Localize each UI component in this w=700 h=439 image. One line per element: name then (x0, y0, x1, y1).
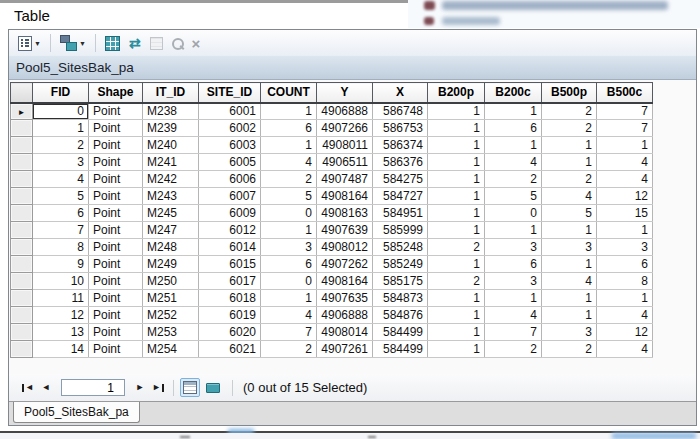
cell[interactable]: 6020 (199, 324, 261, 341)
cell[interactable]: 7 (485, 324, 542, 341)
cell[interactable]: Point (89, 256, 143, 273)
cell[interactable]: 3 (597, 239, 653, 256)
cell[interactable]: 3 (33, 154, 89, 171)
cell[interactable]: Point (89, 307, 143, 324)
cell[interactable]: 6018 (199, 290, 261, 307)
cell[interactable]: 4908164 (317, 273, 373, 290)
row-selector[interactable] (11, 239, 33, 256)
cell[interactable]: 2 (428, 273, 485, 290)
cell[interactable]: Point (89, 273, 143, 290)
cell[interactable]: 1 (428, 188, 485, 205)
last-record-button[interactable]: ► (149, 380, 167, 396)
cell[interactable]: Point (89, 290, 143, 307)
cell[interactable]: M251 (143, 290, 199, 307)
column-header-b200p[interactable]: B200p (428, 83, 485, 103)
row-selector[interactable] (11, 256, 33, 273)
row-selector[interactable] (11, 120, 33, 137)
cell[interactable]: M249 (143, 256, 199, 273)
cell[interactable]: 584876 (373, 307, 428, 324)
row-selector[interactable] (11, 222, 33, 239)
row-selector[interactable] (11, 188, 33, 205)
cell[interactable]: 4 (485, 154, 542, 171)
row-selector[interactable] (11, 290, 33, 307)
cell[interactable]: Point (89, 154, 143, 171)
row-selector[interactable] (11, 273, 33, 290)
cell[interactable]: 4908163 (317, 205, 373, 222)
cell[interactable]: 4907261 (317, 341, 373, 358)
cell[interactable]: 12 (597, 188, 653, 205)
cell[interactable]: 2 (33, 137, 89, 154)
cell[interactable]: 1 (261, 137, 317, 154)
cell[interactable]: 1 (597, 222, 653, 239)
cell[interactable]: 1 (261, 103, 317, 120)
cell[interactable]: Point (89, 188, 143, 205)
cell[interactable]: 1 (542, 154, 597, 171)
cell[interactable]: M240 (143, 137, 199, 154)
cell[interactable]: 1 (485, 137, 542, 154)
cell[interactable]: M239 (143, 120, 199, 137)
cell[interactable]: 4907262 (317, 256, 373, 273)
next-record-button[interactable]: ► (131, 380, 149, 396)
cell[interactable]: 1 (428, 103, 485, 120)
cell[interactable]: 3 (261, 239, 317, 256)
cell[interactable]: 584873 (373, 290, 428, 307)
cell[interactable]: 1 (428, 120, 485, 137)
cell[interactable]: 1 (428, 341, 485, 358)
cell[interactable]: 1 (428, 171, 485, 188)
cell[interactable]: 2 (542, 103, 597, 120)
cell[interactable]: 4 (597, 171, 653, 188)
cell[interactable]: M245 (143, 205, 199, 222)
cell[interactable]: 2 (261, 341, 317, 358)
show-selected-records-button[interactable] (204, 381, 222, 395)
cell[interactable]: 4908014 (317, 324, 373, 341)
cell[interactable]: 584499 (373, 324, 428, 341)
cell[interactable]: 1 (428, 222, 485, 239)
cell[interactable]: M252 (143, 307, 199, 324)
cell[interactable]: 584727 (373, 188, 428, 205)
cell[interactable]: 2 (542, 120, 597, 137)
cell[interactable]: 13 (33, 324, 89, 341)
cell[interactable]: 4 (261, 307, 317, 324)
cell[interactable]: 4 (597, 341, 653, 358)
switch-selection-button[interactable]: ⇄ (126, 34, 144, 52)
show-all-records-button[interactable] (180, 378, 200, 397)
cell[interactable]: 5 (542, 205, 597, 222)
cell[interactable]: 6002 (199, 120, 261, 137)
cell[interactable]: 1 (542, 137, 597, 154)
record-number-input[interactable] (61, 379, 125, 396)
cell[interactable]: 4907266 (317, 120, 373, 137)
cell[interactable]: 1 (542, 222, 597, 239)
cell[interactable]: M254 (143, 341, 199, 358)
cell[interactable]: 3 (542, 324, 597, 341)
row-selector[interactable]: ► (11, 103, 33, 120)
cell[interactable]: 3 (485, 239, 542, 256)
cell[interactable]: 2 (485, 171, 542, 188)
cell[interactable]: 6006 (199, 171, 261, 188)
cell[interactable]: 0 (485, 205, 542, 222)
cell[interactable]: 2 (428, 239, 485, 256)
cell[interactable]: 4 (542, 273, 597, 290)
cell[interactable]: 584275 (373, 171, 428, 188)
cell[interactable]: 4906888 (317, 307, 373, 324)
cell[interactable]: 6009 (199, 205, 261, 222)
cell[interactable]: 6021 (199, 341, 261, 358)
cell[interactable]: 4908164 (317, 188, 373, 205)
cell[interactable]: M242 (143, 171, 199, 188)
cell[interactable]: M248 (143, 239, 199, 256)
cell[interactable]: 585999 (373, 222, 428, 239)
cell[interactable]: 6 (597, 256, 653, 273)
cell[interactable]: 4906511 (317, 154, 373, 171)
column-header-site_id[interactable]: SITE_ID (199, 83, 261, 103)
row-selector-header[interactable] (11, 83, 33, 103)
cell[interactable]: 5 (33, 188, 89, 205)
cell[interactable]: 585248 (373, 239, 428, 256)
cell[interactable]: 1 (428, 307, 485, 324)
cell[interactable]: 4 (261, 154, 317, 171)
column-header-fid[interactable]: FID (33, 83, 89, 103)
cell[interactable]: 4907635 (317, 290, 373, 307)
row-selector[interactable] (11, 341, 33, 358)
cell[interactable]: 1 (428, 324, 485, 341)
zoom-to-selected-button[interactable] (169, 36, 186, 51)
cell[interactable]: 1 (261, 222, 317, 239)
cell[interactable]: 6001 (199, 103, 261, 120)
